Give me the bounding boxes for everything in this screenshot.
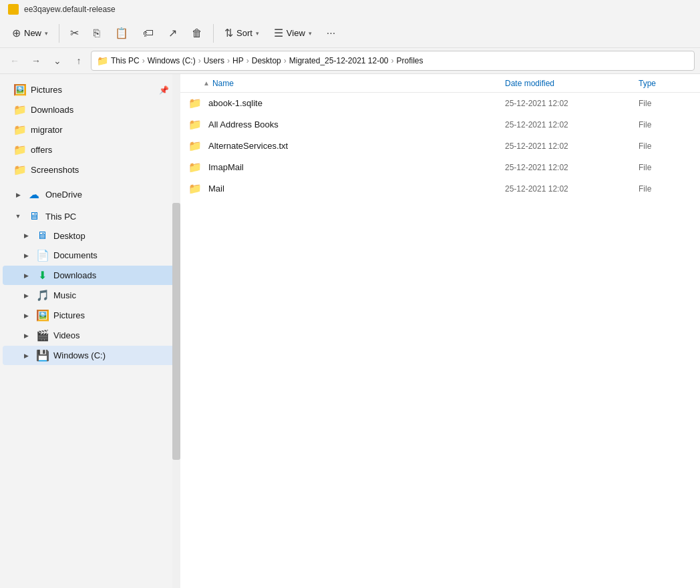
sidebar-item-downloads-pin[interactable]: 📁 Downloads	[3, 100, 177, 119]
pictures-icon: 🖼️	[13, 83, 25, 96]
expand-button[interactable]: ⌄	[48, 51, 67, 70]
more-icon: ···	[327, 27, 335, 39]
col-type-header[interactable]: Type	[639, 78, 692, 88]
address-sep-5: ›	[284, 56, 287, 65]
copy-icon: ⎘	[94, 27, 100, 39]
file-row-abook[interactable]: 📁 abook-1.sqlite 25-12-2021 12:02 File	[180, 93, 700, 114]
desktop-icon: 🖥	[36, 230, 48, 242]
address-part-users: Users	[204, 56, 224, 65]
col-type-label: Type	[639, 79, 656, 88]
address-part-hp: HP	[232, 56, 244, 65]
address-sep-3: ›	[227, 56, 230, 65]
file-icon-alladdressbooks: 📁	[188, 118, 203, 131]
rename-icon: 🏷	[143, 27, 154, 39]
downloads-icon: ⬇	[36, 269, 48, 282]
file-date-alternateservices: 25-12-2021 12:02	[505, 141, 639, 151]
file-row-alternateservices[interactable]: 📁 AlternateServices.txt 25-12-2021 12:02…	[180, 135, 700, 157]
new-icon: ⊕	[12, 27, 21, 39]
view-button[interactable]: ☰ View ▾	[267, 23, 319, 43]
documents-expand-icon: ▶	[21, 251, 31, 260]
address-sep-4: ›	[246, 56, 249, 65]
back-button[interactable]: ←	[5, 51, 24, 70]
cut-button[interactable]: ✂	[63, 23, 85, 43]
sidebar-item-videos[interactable]: ▶ 🎬 Videos	[3, 326, 177, 345]
file-type-alladdressbooks: File	[639, 120, 692, 129]
paste-icon: 📋	[115, 27, 128, 39]
file-type-abook: File	[639, 99, 692, 108]
file-date-mail: 25-12-2021 12:02	[505, 184, 639, 194]
address-part-migrated: Migrated_25-12-2021 12-00	[289, 56, 389, 65]
new-button[interactable]: ⊕ New ▾	[5, 23, 55, 43]
sidebar-label-pictures: Pictures	[31, 85, 62, 95]
sidebar-label-videos: Videos	[53, 330, 80, 340]
address-bar[interactable]: 📁 This PC › Windows (C:) › Users › HP › …	[91, 51, 695, 71]
sidebar-label-offers: offers	[31, 145, 52, 155]
toolbar-separator-2	[213, 24, 214, 43]
new-chevron-icon: ▾	[45, 30, 48, 37]
sidebar-item-offers[interactable]: 📁 offers	[3, 140, 177, 160]
address-part-this-pc: This PC	[111, 56, 140, 65]
col-date-header[interactable]: Date modified	[505, 78, 639, 88]
title-bar: ee3qayew.default-release	[0, 0, 700, 19]
file-icon-alternateservices: 📁	[188, 139, 203, 152]
share-button[interactable]: ↗	[162, 23, 184, 43]
sidebar-item-downloads[interactable]: ▶ ⬇ Downloads	[3, 266, 177, 285]
offers-icon: 📁	[13, 143, 25, 156]
sidebar-item-onedrive[interactable]: ▶ ☁ OneDrive	[3, 185, 177, 204]
videos-expand-icon: ▶	[21, 331, 31, 340]
address-sep-1: ›	[142, 56, 145, 65]
downloads-expand-icon: ▶	[21, 271, 31, 280]
file-name-mail: Mail	[203, 184, 505, 194]
file-type-mail: File	[639, 184, 692, 194]
address-part-windows-c: Windows (C:)	[148, 56, 196, 65]
file-date-alladdressbooks: 25-12-2021 12:02	[505, 120, 639, 129]
sidebar-item-this-pc[interactable]: ▼ 🖥 This PC	[3, 207, 177, 226]
view-icon: ☰	[274, 27, 283, 39]
forward-button[interactable]: →	[27, 51, 45, 70]
toolbar-separator-1	[59, 24, 59, 43]
file-type-alternateservices: File	[639, 141, 692, 151]
file-row-mail[interactable]: 📁 Mail 25-12-2021 12:02 File	[180, 178, 700, 200]
col-name-header[interactable]: ▲ Name	[203, 79, 505, 88]
sidebar-item-desktop[interactable]: ▶ 🖥 Desktop	[3, 226, 177, 245]
file-row-alladdressbooks[interactable]: 📁 All Address Books 25-12-2021 12:02 Fil…	[180, 114, 700, 135]
view-label: View	[287, 28, 305, 38]
sidebar-label-downloads: Downloads	[53, 270, 96, 280]
more-button[interactable]: ···	[320, 23, 342, 43]
content-area: ▲ Name Date modified Type 📁 abook-1.sqli…	[180, 74, 700, 588]
sidebar-item-documents[interactable]: ▶ 📄 Documents	[3, 246, 177, 265]
pictures-pc-expand-icon: ▶	[21, 311, 31, 320]
file-date-abook: 25-12-2021 12:02	[505, 99, 639, 108]
sidebar-label-migrator: migrator	[31, 125, 63, 135]
delete-button[interactable]: 🗑	[185, 23, 209, 43]
sidebar-label-onedrive: OneDrive	[45, 190, 82, 200]
sidebar-item-windows-c[interactable]: ▶ 💾 Windows (C:)	[3, 346, 177, 365]
sidebar-label-desktop: Desktop	[53, 231, 85, 241]
address-folder-icon: 📁	[97, 55, 108, 66]
column-headers: ▲ Name Date modified Type	[180, 74, 700, 93]
screenshots-icon: 📁	[13, 164, 25, 176]
file-name-alternateservices: AlternateServices.txt	[203, 141, 505, 151]
videos-icon: 🎬	[36, 329, 48, 342]
rename-button[interactable]: 🏷	[136, 23, 160, 43]
sort-chevron-icon: ▾	[256, 30, 259, 37]
this-pc-expand-icon: ▼	[13, 212, 23, 221]
sidebar-label-downloads-pin: Downloads	[31, 105, 73, 115]
sidebar-item-screenshots[interactable]: 📁 Screenshots	[3, 160, 177, 180]
sort-button[interactable]: ⇅ Sort ▾	[218, 23, 266, 43]
sort-up-icon: ▲	[203, 79, 210, 87]
file-name-abook: abook-1.sqlite	[203, 98, 505, 108]
toolbar: ⊕ New ▾ ✂ ⎘ 📋 🏷 ↗ 🗑 ⇅ Sort ▾ ☰ View ▾ ··…	[0, 19, 700, 48]
up-button[interactable]: ↑	[69, 51, 88, 70]
copy-button[interactable]: ⎘	[87, 23, 107, 43]
main-layout: 🖼️ Pictures 📌 📁 Downloads 📁 migrator 📁 o…	[0, 74, 700, 588]
sidebar-item-migrator[interactable]: 📁 migrator	[3, 120, 177, 139]
file-icon-mail: 📁	[188, 182, 203, 195]
file-row-imapmail[interactable]: 📁 ImapMail 25-12-2021 12:02 File	[180, 157, 700, 178]
paste-button[interactable]: 📋	[108, 23, 135, 43]
sort-icon: ⇅	[224, 27, 233, 39]
file-date-imapmail: 25-12-2021 12:02	[505, 163, 639, 172]
sidebar-item-pictures[interactable]: 🖼️ Pictures 📌	[3, 80, 177, 99]
sidebar-item-music[interactable]: ▶ 🎵 Music	[3, 286, 177, 305]
sidebar-item-pictures-pc[interactable]: ▶ 🖼️ Pictures	[3, 306, 177, 325]
